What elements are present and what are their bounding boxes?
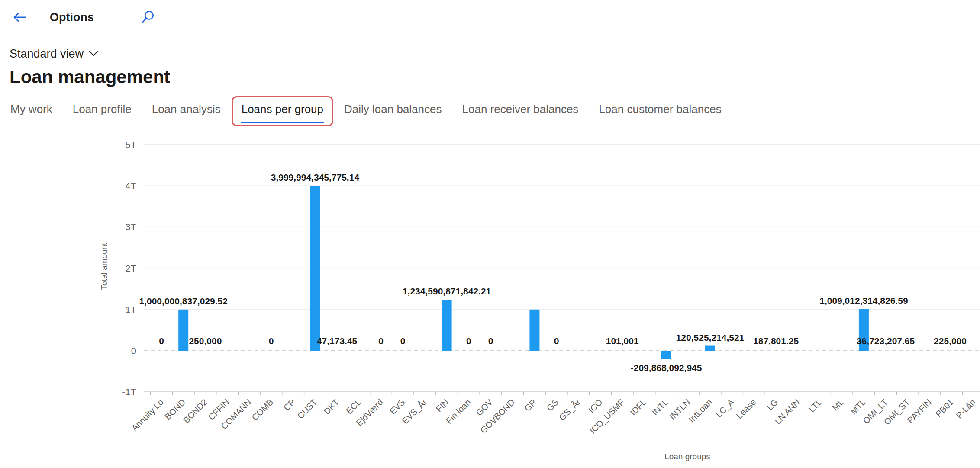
svg-text:Annuity Lo: Annuity Lo [129,397,165,432]
svg-text:ICO: ICO [587,397,604,415]
svg-text:0: 0 [554,336,559,346]
svg-text:5T: 5T [125,139,136,150]
svg-text:0: 0 [269,336,274,346]
back-button[interactable] [10,9,29,26]
tab-loan-analysis[interactable]: Loan analysis [151,103,222,123]
svg-text:EVS: EVS [388,397,407,416]
svg-text:GOV: GOV [474,397,494,417]
svg-text:INTL: INTL [650,397,670,417]
tab-loan-customer-balances[interactable]: Loan customer balances [598,103,722,123]
tab-loans-per-group[interactable]: Loans per group [241,103,324,123]
svg-text:0: 0 [131,345,136,356]
svg-text:1T: 1T [125,304,136,315]
annotation-highlight-box: Loans per group [232,96,333,126]
back-arrow-icon [12,10,28,24]
svg-text:Loan groups: Loan groups [664,452,710,461]
page-title: Loan management [10,66,980,88]
svg-text:LTL: LTL [807,397,824,414]
tab-bar: My work Loan profile Loan analysis Loans… [10,103,980,126]
svg-text:187,801.25: 187,801.25 [753,336,799,346]
svg-text:LG: LG [765,397,780,412]
svg-text:120,525,214,521: 120,525,214,521 [676,332,745,342]
svg-text:COMB: COMB [250,397,275,422]
svg-text:4T: 4T [125,181,136,191]
svg-text:FIN: FIN [434,397,451,413]
tab-my-work[interactable]: My work [10,103,53,123]
app-window: Options Standard view Loan management My… [0,0,980,468]
svg-text:0: 0 [378,336,384,346]
svg-text:3T: 3T [125,222,136,232]
top-bar: Options [0,0,980,35]
svg-text:IDFL: IDFL [628,397,648,417]
svg-text:1,000,000,837,029.52: 1,000,000,837,029.52 [139,296,228,306]
svg-text:2T: 2T [125,263,136,274]
svg-text:ML: ML [830,397,845,412]
svg-text:1,234,590,871,842.21: 1,234,590,871,842.21 [403,286,491,296]
svg-text:MTL: MTL [848,397,867,416]
svg-text:DKT: DKT [322,397,341,416]
svg-text:0: 0 [488,336,493,346]
search-button[interactable] [138,8,157,27]
svg-text:GS_År: GS_År [557,397,583,423]
svg-text:1,009,012,314,826.59: 1,009,012,314,826.59 [819,296,908,306]
svg-text:CUST: CUST [296,397,319,420]
svg-text:47,173.45: 47,173.45 [317,336,358,346]
loans-per-group-bar-chart[interactable]: 5T4T3T2T1T0-1TAnnuity Lo0BOND1,000,000,8… [10,136,980,468]
tab-daily-loan-balances[interactable]: Daily loan balances [343,103,442,123]
svg-text:Fin loan: Fin loan [444,397,473,426]
svg-text:36,723,207.65: 36,723,207.65 [857,336,915,346]
svg-text:0: 0 [466,336,471,346]
svg-text:-209,868,092,945: -209,868,092,945 [631,363,702,373]
svg-text:IntLoan: IntLoan [687,397,714,424]
topbar-title: Options [50,11,94,24]
svg-text:225,000: 225,000 [934,336,967,346]
page-content: Standard view Loan management My work Lo… [0,35,980,468]
search-icon [140,10,155,25]
svg-text:3,999,994,345,775.14: 3,999,994,345,775.14 [271,172,360,182]
svg-text:0: 0 [159,336,164,346]
svg-text:Lease: Lease [735,397,758,420]
svg-text:LC_A: LC_A [714,397,736,420]
topbar-divider [39,10,39,24]
svg-text:BOND2: BOND2 [181,397,209,425]
svg-text:GS: GS [545,397,560,413]
view-selector-label: Standard view [10,46,84,61]
svg-text:PAYFIN: PAYFIN [906,397,934,425]
svg-text:0: 0 [400,336,406,346]
loans-per-group-chart-card: 5T4T3T2T1T0-1TAnnuity Lo0BOND1,000,000,8… [10,136,980,468]
tab-loan-profile[interactable]: Loan profile [72,103,132,123]
svg-text:ECL: ECL [344,397,363,416]
chevron-down-icon [89,51,98,57]
svg-text:PB01: PB01 [934,397,955,419]
svg-text:Total amount: Total amount [100,242,109,290]
tab-loan-receiver-balances[interactable]: Loan receiver balances [461,103,580,123]
view-selector[interactable]: Standard view [10,46,98,61]
svg-text:P-Lån: P-Lån [954,397,977,420]
svg-text:CP: CP [282,397,297,412]
svg-text:101,001: 101,001 [606,336,639,346]
svg-text:EVS_År: EVS_År [400,397,429,426]
svg-text:250,000: 250,000 [189,336,222,346]
svg-text:-1T: -1T [122,387,136,397]
svg-text:GR: GR [522,397,538,413]
